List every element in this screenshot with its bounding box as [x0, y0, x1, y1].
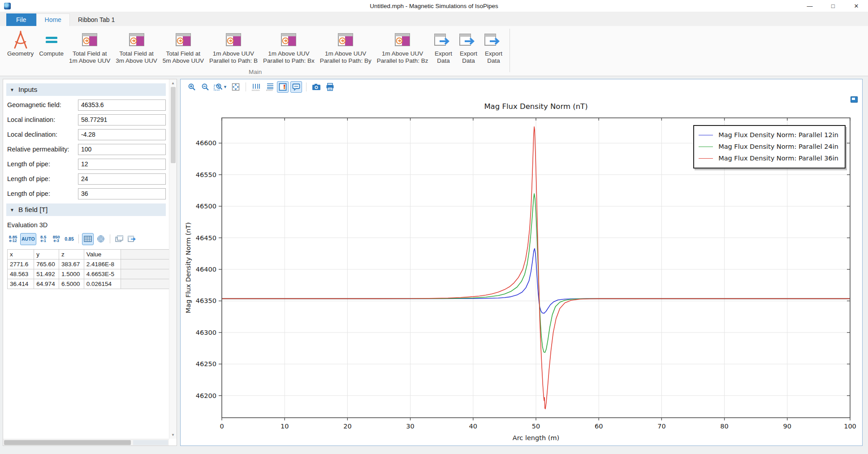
notation-auto-button[interactable]: AUTO — [20, 233, 36, 245]
ribbon-button-label: Geometry — [7, 50, 34, 57]
notation-0-85-button[interactable]: 0.85 — [64, 233, 75, 245]
table-header-value[interactable]: Value — [84, 250, 121, 259]
field-input-length-of-pipe-12[interactable] — [78, 159, 166, 170]
toolbar-separator — [110, 234, 110, 243]
ribbon-button-geometry[interactable]: Geometry — [4, 29, 36, 58]
tab-ribbon-tab-1[interactable]: Ribbon Tab 1 — [70, 14, 123, 26]
tab-file[interactable]: File — [6, 13, 36, 26]
x-axis-grid-icon — [251, 83, 260, 91]
table-cell-filler — [121, 269, 169, 279]
graphics-panel: ▼ 01020304050607080901004620046250463004… — [180, 79, 863, 446]
notation-8-85e-12-button[interactable]: 8.85e-12 — [7, 233, 19, 245]
svg-text:40: 40 — [469, 423, 477, 430]
sphere-view-button[interactable] — [95, 233, 107, 245]
ribbon-button-label: 1m Above UUV Parallel to Path: By — [320, 50, 371, 65]
table-view-button[interactable] — [82, 233, 94, 245]
ribbon-button-total-field-1m[interactable]: Total Field at 1m Above UUV — [66, 29, 113, 65]
field-row-relative-permeability: Relative permeability: — [7, 143, 166, 155]
chevron-down-icon[interactable]: ▼ — [223, 85, 227, 89]
svg-text:0: 0 — [220, 423, 224, 430]
table-cell-filler — [121, 259, 169, 269]
legend-entry: Mag Flux Density Norm: Parallel 24in — [699, 141, 838, 152]
table-header-x[interactable]: x — [8, 250, 34, 259]
field-label-length-of-pipe-12: Length of pipe: — [7, 160, 78, 168]
ribbon-button-total-field-5m[interactable]: Total Field at 5m Above UUV — [160, 29, 207, 65]
x-axis-grid-button[interactable] — [250, 81, 262, 93]
svg-text:46400: 46400 — [196, 266, 216, 273]
copy-table-button[interactable] — [113, 233, 125, 245]
toolbar-separator — [306, 82, 307, 91]
print-icon — [326, 83, 334, 91]
table-header-y[interactable]: y — [34, 250, 59, 259]
y-axis-grid-button[interactable] — [263, 81, 275, 93]
show-tooltips-icon — [292, 83, 300, 91]
table-header-filler — [121, 250, 169, 259]
notation-850e-3-button[interactable]: 850e-3 — [51, 233, 62, 245]
scroll-down-icon[interactable]: ▼ — [171, 431, 175, 439]
zoom-extents-button[interactable] — [230, 81, 242, 93]
zoom-out-button[interactable] — [199, 81, 211, 93]
legend-line-sample — [699, 158, 713, 159]
zoom-box-button[interactable]: ▼ — [213, 81, 228, 93]
zoom-in-button[interactable] — [186, 81, 198, 93]
field-input-length-of-pipe-24[interactable] — [78, 173, 166, 185]
show-tooltips-button[interactable] — [290, 81, 302, 93]
table-cell: 4.6653E-5 — [84, 269, 121, 279]
field-label-geomagnetic-field: Geomagnetic field: — [7, 101, 78, 108]
collapse-caret-icon: ▼ — [10, 208, 14, 212]
svg-text:100: 100 — [844, 423, 856, 430]
ribbon-button-compute[interactable]: Compute — [36, 29, 66, 58]
section-header-b-field[interactable]: ▼B field [T] — [6, 203, 166, 216]
field-input-length-of-pipe-36[interactable] — [78, 188, 166, 199]
ribbon-group-label: Main — [249, 69, 262, 75]
vertical-scrollbar-thumb[interactable] — [171, 87, 176, 163]
tab-home[interactable]: Home — [36, 13, 70, 26]
equals-icon — [44, 30, 59, 50]
ribbon-button-export-data-2[interactable]: Export Data — [456, 29, 481, 65]
title-bar: Untitled.mph - Magnetic Simulations of I… — [0, 0, 868, 12]
table-cell: 2771.6 — [8, 259, 34, 269]
field-input-local-inclination[interactable] — [78, 114, 166, 125]
table-row[interactable]: 36.41464.9746.50000.026154 — [8, 279, 169, 289]
svg-text:80: 80 — [720, 423, 728, 430]
field-input-relative-permeability[interactable] — [78, 144, 166, 155]
print-button[interactable] — [324, 81, 336, 93]
ribbon-button-parallel-path-b[interactable]: 1m Above UUV Parallel to Path: B — [207, 29, 260, 65]
table-cell-filler — [121, 279, 169, 289]
vertical-scrollbar[interactable]: ▲ ▼ — [169, 79, 177, 439]
ribbon-button-label: 1m Above UUV Parallel to Path: B — [209, 50, 258, 65]
export-table-button[interactable] — [126, 233, 138, 245]
field-label-local-declination: Local declination: — [7, 131, 78, 138]
horizontal-scrollbar-thumb[interactable] — [4, 440, 131, 445]
table-row[interactable]: 48.56351.4921.50004.6653E-5 — [8, 269, 169, 279]
svg-text:46500: 46500 — [196, 203, 216, 210]
scroll-up-icon[interactable]: ▲ — [171, 79, 175, 87]
snapshot-button[interactable] — [311, 81, 322, 93]
section-header-inputs[interactable]: ▼Inputs — [6, 83, 166, 96]
zoom-out-icon — [201, 83, 209, 91]
main-content: ▼InputsGeomagnetic field:Local inclinati… — [0, 76, 868, 451]
svg-text:46350: 46350 — [196, 297, 216, 304]
svg-text:46250: 46250 — [196, 360, 216, 368]
table-row[interactable]: 2771.6765.60383.672.4186E-8 — [8, 259, 169, 269]
ribbon-tab-bar: FileHomeRibbon Tab 1 — [0, 12, 868, 26]
show-legends-button[interactable] — [277, 81, 289, 93]
notation-8-5e-1-button[interactable]: 8.5e-1 — [38, 233, 49, 245]
evaluation-table: xyzValue2771.6765.60383.672.4186E-848.56… — [7, 249, 169, 289]
svg-text:30: 30 — [406, 423, 414, 430]
ribbon-button-total-field-3m[interactable]: Total Field at 3m Above UUV — [113, 29, 160, 65]
float-window-icon[interactable] — [851, 96, 858, 103]
field-input-local-declination[interactable] — [78, 129, 166, 140]
field-label-length-of-pipe-24: Length of pipe: — [7, 175, 78, 182]
horizontal-scrollbar[interactable] — [3, 439, 169, 445]
ribbon-button-export-data-1[interactable]: Export Data — [431, 29, 456, 65]
ribbon-button-parallel-path-bx[interactable]: 1m Above UUV Parallel to Path: Bx — [260, 29, 317, 65]
table-header-z[interactable]: z — [59, 250, 84, 259]
ribbon-button-parallel-path-by[interactable]: 1m Above UUV Parallel to Path: By — [317, 29, 374, 65]
svg-text:46600: 46600 — [196, 139, 216, 147]
ribbon-button-export-data-3[interactable]: Export Data — [481, 29, 506, 65]
ribbon-group-main: Geometry Compute Total Field at 1m Above… — [2, 26, 509, 76]
plotwin-icon — [225, 30, 242, 50]
ribbon-button-parallel-path-bz[interactable]: 1m Above UUV Parallel to Path: Bz — [374, 29, 431, 65]
field-input-geomagnetic-field[interactable] — [78, 99, 166, 111]
